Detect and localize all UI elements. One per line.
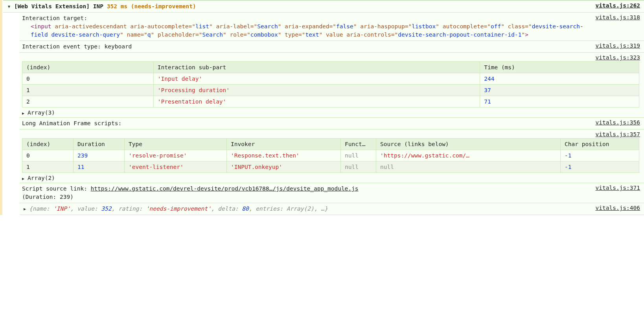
table-row: 111'event-listener''INPUT.onkeyup'nullnu… bbox=[22, 161, 639, 173]
script-source-label: Script source link: bbox=[22, 185, 91, 192]
table-header[interactable]: (index) bbox=[22, 139, 74, 150]
laf-scripts-table: (index)DurationTypeInvokerFunct…Source (… bbox=[22, 138, 639, 173]
event-type-text: Interaction event type: keyboard bbox=[22, 43, 591, 51]
table-header[interactable]: Duration bbox=[74, 139, 125, 150]
log-row-event-type: Interaction event type: keyboard vitals.… bbox=[20, 41, 644, 53]
warning-gutter bbox=[0, 0, 2, 12]
expand-toggle-icon[interactable] bbox=[20, 109, 26, 116]
source-link[interactable]: vitals.js:319 bbox=[596, 43, 640, 49]
table-header[interactable]: Time (ms) bbox=[480, 62, 639, 73]
warning-gutter bbox=[0, 52, 2, 117]
source-link[interactable]: vitals.js:262 bbox=[596, 2, 640, 9]
expand-toggle-icon[interactable] bbox=[20, 174, 26, 181]
log-prefix: [Web Vitals Extension] INP bbox=[14, 3, 103, 9]
source-link[interactable]: vitals.js:371 bbox=[596, 185, 640, 191]
log-row-table2: vitals.js:357 (index)DurationTypeInvoker… bbox=[20, 129, 644, 183]
table-row: 2'Presentation delay'71 bbox=[22, 96, 639, 107]
table-header[interactable]: Type bbox=[125, 139, 227, 150]
log-row-header: [Web Vitals Extension] INP 352 ms (needs… bbox=[3, 0, 644, 13]
warning-gutter bbox=[0, 41, 2, 52]
table-row: 0'Input delay'244 bbox=[22, 73, 639, 85]
table-row: 1'Processing duration'37 bbox=[22, 85, 639, 96]
warning-gutter bbox=[0, 117, 2, 129]
log-row-script-source: Script source link: https://www.gstatic.… bbox=[20, 183, 644, 203]
source-link[interactable]: vitals.js:318 bbox=[596, 14, 640, 20]
log-row-object: {name: 'INP', value: 352, rating: 'needs… bbox=[20, 203, 644, 215]
warning-gutter bbox=[0, 203, 2, 215]
warning-gutter bbox=[0, 12, 2, 41]
source-link[interactable]: vitals.js:357 bbox=[596, 131, 640, 137]
table-row: 0239'resolve-promise''Response.text.then… bbox=[22, 150, 639, 161]
log-metric: 352 ms (needs-improvement) bbox=[107, 3, 196, 9]
warning-gutter bbox=[0, 183, 2, 203]
warning-gutter bbox=[0, 129, 2, 183]
target-label: Interaction target: bbox=[22, 14, 591, 22]
table-header[interactable]: Char position bbox=[561, 139, 639, 150]
object-summary[interactable]: {name: 'INP', value: 352, rating: 'needs… bbox=[29, 205, 591, 213]
script-source-duration: (Duration: 239) bbox=[22, 194, 74, 200]
source-link[interactable]: vitals.js:323 bbox=[596, 54, 640, 61]
array-summary[interactable]: Array(3) bbox=[28, 109, 55, 116]
expand-toggle-icon[interactable] bbox=[6, 2, 13, 9]
expand-toggle-icon[interactable] bbox=[22, 205, 28, 211]
source-link[interactable]: vitals.js:406 bbox=[596, 205, 640, 211]
table-header[interactable]: Source (links below) bbox=[376, 139, 561, 150]
table-header[interactable]: (index) bbox=[22, 62, 154, 73]
source-link[interactable]: vitals.js:356 bbox=[596, 119, 640, 126]
script-source-url[interactable]: https://www.gstatic.com/devrel-devsite/p… bbox=[91, 185, 359, 192]
array-summary[interactable]: Array(2) bbox=[28, 175, 55, 181]
log-row-target: Interaction target: <input aria-activede… bbox=[20, 12, 644, 41]
interaction-subpart-table: (index)Interaction sub-partTime (ms) 0'I… bbox=[22, 61, 639, 107]
target-element-markup[interactable]: <input aria-activedescendant aria-autoco… bbox=[22, 22, 591, 39]
table-header[interactable]: Funct… bbox=[341, 139, 376, 150]
log-row-table1: vitals.js:323 (index)Interaction sub-par… bbox=[20, 52, 644, 118]
laf-label: Long Animation Frame scripts: bbox=[22, 119, 591, 128]
table-header[interactable]: Invoker bbox=[227, 139, 341, 150]
log-row-laf: Long Animation Frame scripts: vitals.js:… bbox=[20, 117, 644, 130]
table-header[interactable]: Interaction sub-part bbox=[153, 62, 480, 73]
